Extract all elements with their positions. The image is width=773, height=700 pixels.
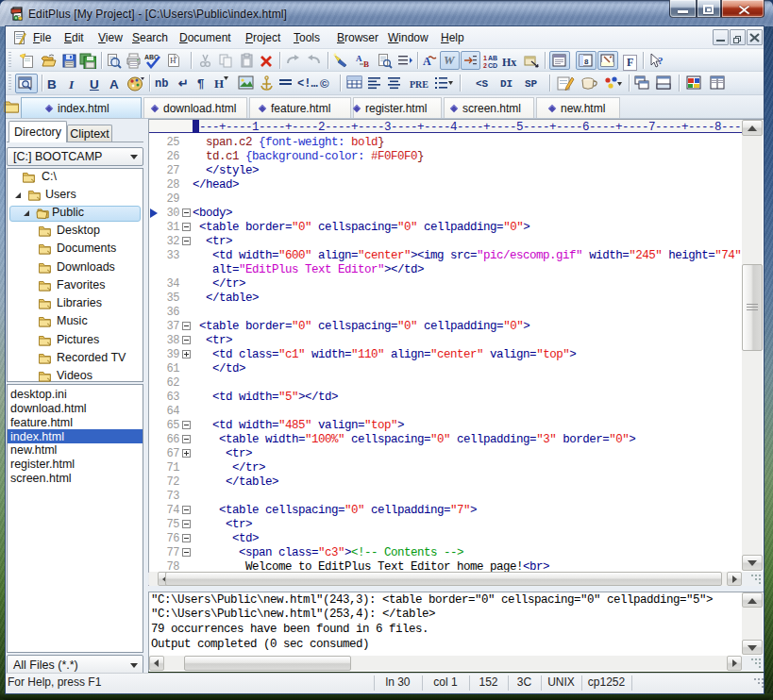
svg-text:?: ?: [658, 55, 664, 66]
svg-text:8: 8: [584, 58, 589, 66]
svg-text:2: 2: [483, 62, 487, 69]
svg-text:B: B: [363, 59, 369, 69]
svg-text:1: 1: [483, 55, 487, 61]
svg-text:AB: AB: [488, 55, 497, 61]
svg-text:A: A: [356, 54, 362, 63]
svg-text:CD: CD: [488, 62, 497, 69]
